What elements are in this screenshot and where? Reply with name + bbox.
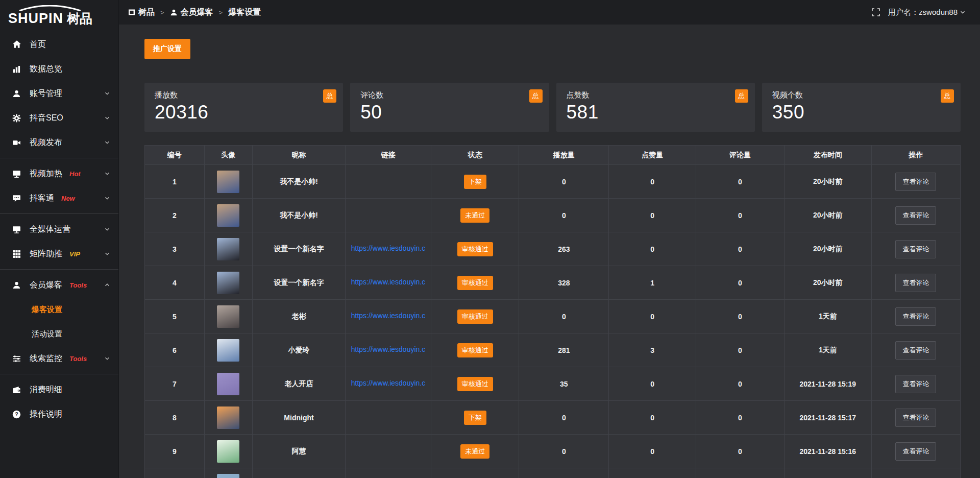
cell-nickname: 设置一个新名字 [252,232,345,266]
sidebar-item[interactable]: 视频加热Hot [0,161,118,186]
breadcrumb-item[interactable]: 爆客设置 [228,7,261,18]
video-link[interactable]: https://www.iesdouyin.c [351,244,426,252]
cell-plays: 263 [519,232,609,266]
view-comments-button[interactable]: 查看评论 [895,274,936,292]
view-comments-button[interactable]: 查看评论 [895,442,936,461]
cell-link: https://www.iesdouyin.c [346,232,431,266]
breadcrumb-item[interactable]: 树品 [128,7,155,18]
table-header-cell: 编号 [145,146,205,165]
cell-likes: 0 [609,165,696,199]
cell-likes [609,468,696,478]
breadcrumb-label: 树品 [138,7,155,18]
cell-link [346,435,431,468]
cell-status: 审核通过 [431,367,519,401]
view-comments-button[interactable]: 查看评论 [895,240,936,258]
chat-icon [12,194,22,203]
username-dropdown[interactable]: 用户名：zswodun88 [888,8,966,17]
stat-cards: 播放数20316总评论数50总点赞数581总视频个数350总 [144,83,961,132]
chevron-down-icon [104,171,110,177]
logo[interactable]: SHUPIN 树品 [0,0,118,32]
cell-avatar [204,300,252,333]
stat-card-label: 点赞数 [567,90,745,100]
video-link[interactable]: https://www.iesdouyin.c [351,345,426,353]
cell-comments: 0 [696,232,785,266]
video-link[interactable]: https://www.iesdouyin.c [351,278,426,286]
sidebar-item[interactable]: 抖音SEO [0,106,118,130]
fullscreen-button[interactable] [872,8,880,16]
sidebar-item[interactable]: 账号管理 [0,81,118,106]
cell-status: 下架 [431,401,519,435]
status-badge: 审核通过 [457,242,493,256]
view-comments-button[interactable]: 查看评论 [895,341,936,360]
video-link[interactable]: https://www.iesdouyin.c [351,312,426,320]
stat-card-label: 播放数 [155,90,333,100]
stat-card-total-badge: 总 [941,89,954,103]
cell-likes: 0 [609,232,696,266]
breadcrumb-separator: > [219,9,223,16]
stat-card: 评论数50总 [350,83,549,132]
chevron-down-icon [104,226,110,232]
video-link[interactable]: https://www.iesdouyin.c [351,379,426,387]
sidebar-item[interactable]: 线索监控Tools [0,346,118,371]
sliders-icon [12,354,22,363]
cell-avatar [204,266,252,300]
user-icon [12,89,22,98]
logo-arc-icon [15,4,118,10]
stat-card-total-badge: 总 [323,89,336,103]
cell-time [784,468,871,478]
stat-card: 播放数20316总 [144,83,343,132]
cell-id: 3 [145,232,205,266]
view-comments-button[interactable]: 查看评论 [895,206,936,225]
view-comments-button[interactable]: 查看评论 [895,375,936,393]
cell-link [346,401,431,435]
view-comments-button[interactable]: 查看评论 [895,173,936,191]
cell-comments: 0 [696,165,785,199]
sidebar-item[interactable]: 首页 [0,32,118,57]
sidebar-item[interactable]: 全媒体运营 [0,217,118,242]
cell-avatar [204,468,252,478]
sidebar-item[interactable]: 抖客通New [0,186,118,210]
status-badge: 下架 [464,411,486,425]
cell-likes: 0 [609,401,696,435]
cell-nickname [252,468,345,478]
avatar [217,407,239,429]
cell-plays: 328 [519,266,609,300]
sidebar-item[interactable]: 矩阵助推VIP [0,242,118,266]
sidebar-item-label: 视频加热 [30,169,62,179]
breadcrumb-item[interactable]: 会员爆客 [170,7,213,18]
cell-id: 7 [145,367,205,401]
gear-icon [12,114,22,123]
cell-link [346,199,431,232]
cell-status: 下架 [431,165,519,199]
cell-time: 1天前 [784,333,871,367]
breadcrumb: 树品>会员爆客>爆客设置 [128,7,261,18]
sidebar-item-label: 消费明细 [30,385,62,395]
cell-status: 审核通过 [431,333,519,367]
sidebar-item[interactable]: 会员爆客Tools [0,273,118,297]
stat-card-value: 50 [360,102,538,123]
cell-nickname: 阿慧 [252,435,345,468]
sidebar-item-label: 首页 [30,39,46,50]
member-icon [12,281,22,290]
sidebar-item[interactable]: ?操作说明 [0,402,118,426]
logo-text: SHUPIN [8,11,63,27]
view-comments-button[interactable]: 查看评论 [895,409,936,427]
monitor-icon [12,170,22,178]
app-root: SHUPIN 树品 首页数据总览账号管理抖音SEO视频发布视频加热Hot抖客通N… [0,0,980,478]
sidebar-item[interactable]: 视频发布 [0,130,118,155]
view-comments-button[interactable]: 查看评论 [895,307,936,326]
sidebar-item[interactable]: 数据总览 [0,57,118,81]
sidebar-subitem[interactable]: 爆客设置 [0,297,118,322]
cell-action [871,468,960,478]
sidebar-subitem[interactable]: 活动设置 [0,322,118,346]
cell-time: 20小时前 [784,165,871,199]
cell-status: 未通过 [431,199,519,232]
cell-id: 8 [145,401,205,435]
chevron-down-icon [104,195,110,201]
sidebar-item[interactable]: 消费明细 [0,377,118,402]
promo-settings-button[interactable]: 推广设置 [144,39,190,59]
breadcrumb-label: 爆客设置 [228,7,261,18]
status-badge: 未通过 [460,444,489,459]
sidebar-item-tag: New [61,195,75,202]
sidebar-item-label: 会员爆客 [30,280,62,291]
